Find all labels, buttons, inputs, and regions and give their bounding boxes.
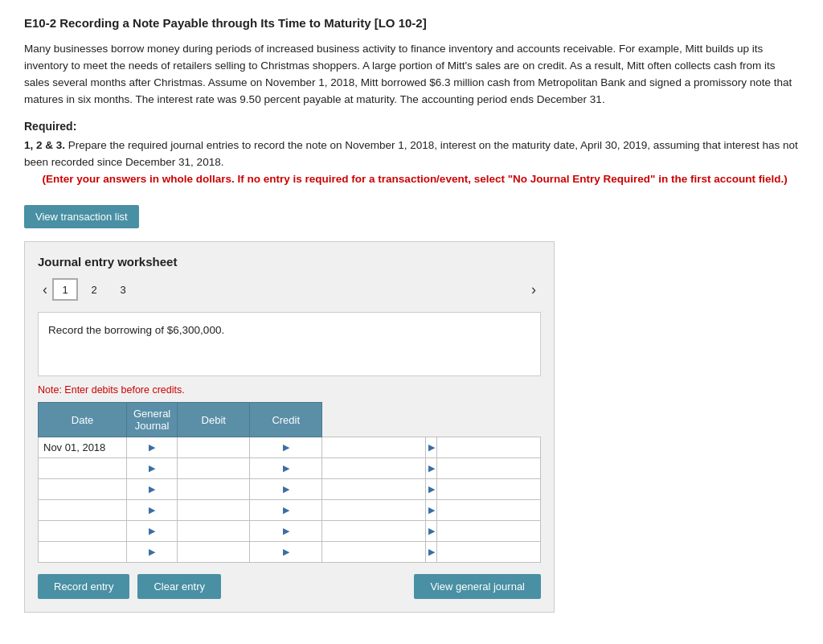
row-arrow-indicator: ▶ bbox=[127, 542, 178, 563]
journal-table: Date General Journal Debit Credit Nov 01… bbox=[38, 402, 541, 563]
tab-3[interactable]: 3 bbox=[110, 278, 136, 301]
journal-account-input[interactable] bbox=[178, 542, 249, 562]
credit-input[interactable] bbox=[437, 458, 540, 478]
row-arrow-indicator: ▶ bbox=[127, 437, 178, 458]
table-row: ▶▶▶ bbox=[39, 500, 541, 521]
credit-input[interactable] bbox=[437, 479, 540, 499]
row-arrow-indicator: ▶ bbox=[127, 500, 178, 521]
date-cell bbox=[39, 521, 127, 542]
required-label: Required: bbox=[24, 120, 799, 133]
col-header-debit: Debit bbox=[178, 403, 250, 437]
credit-cell[interactable] bbox=[437, 479, 541, 500]
debit-arrow-indicator: ▶ bbox=[250, 521, 322, 542]
table-row: Nov 01, 2018▶▶▶ bbox=[39, 437, 541, 458]
credit-input[interactable] bbox=[437, 437, 540, 457]
col-header-journal: General Journal bbox=[127, 403, 178, 437]
debit-input[interactable] bbox=[322, 458, 425, 478]
debit-cell[interactable] bbox=[322, 521, 426, 542]
debit-input[interactable] bbox=[322, 500, 425, 520]
debit-input[interactable] bbox=[322, 542, 425, 562]
instructions-red: (Enter your answers in whole dollars. If… bbox=[43, 173, 788, 185]
credit-cell[interactable] bbox=[437, 500, 541, 521]
debit-input[interactable] bbox=[322, 437, 425, 457]
tab-navigation: ‹ 1 2 3 › bbox=[38, 278, 541, 301]
description-text: Many businesses borrow money during peri… bbox=[24, 41, 799, 109]
date-cell: Nov 01, 2018 bbox=[39, 437, 127, 458]
journal-account-input[interactable] bbox=[178, 458, 249, 478]
date-cell bbox=[39, 458, 127, 479]
debit-arrow-indicator: ▶ bbox=[250, 458, 322, 479]
journal-account-cell[interactable] bbox=[178, 542, 250, 563]
credit-input[interactable] bbox=[437, 521, 540, 541]
credit-cell[interactable] bbox=[437, 542, 541, 563]
credit-input[interactable] bbox=[437, 500, 540, 520]
view-general-journal-button[interactable]: View general journal bbox=[414, 574, 541, 599]
debit-input[interactable] bbox=[322, 479, 425, 499]
record-entry-button[interactable]: Record entry bbox=[38, 574, 129, 599]
debit-cell[interactable] bbox=[322, 500, 426, 521]
debit-cell[interactable] bbox=[322, 479, 426, 500]
journal-account-input[interactable] bbox=[178, 500, 249, 520]
debit-cell[interactable] bbox=[322, 458, 426, 479]
instructions: 1, 2 & 3. Prepare the required journal e… bbox=[24, 137, 799, 188]
credit-arrow-indicator: ▶ bbox=[426, 542, 437, 563]
row-arrow-indicator: ▶ bbox=[127, 521, 178, 542]
worksheet-container: Journal entry worksheet ‹ 1 2 3 › Record… bbox=[24, 241, 555, 613]
debit-arrow-indicator: ▶ bbox=[250, 479, 322, 500]
col-header-date: Date bbox=[39, 403, 127, 437]
row-arrow-indicator: ▶ bbox=[127, 479, 178, 500]
debit-arrow-indicator: ▶ bbox=[250, 437, 322, 458]
credit-arrow-indicator: ▶ bbox=[426, 437, 437, 458]
debit-arrow-indicator: ▶ bbox=[250, 500, 322, 521]
next-tab-arrow[interactable]: › bbox=[526, 280, 541, 300]
journal-account-cell[interactable] bbox=[178, 437, 250, 458]
credit-cell[interactable] bbox=[437, 437, 541, 458]
credit-arrow-indicator: ▶ bbox=[426, 521, 437, 542]
credit-arrow-indicator: ▶ bbox=[426, 500, 437, 521]
table-row: ▶▶▶ bbox=[39, 542, 541, 563]
button-row: Record entry Clear entry View general jo… bbox=[38, 574, 541, 599]
clear-entry-button[interactable]: Clear entry bbox=[137, 574, 221, 599]
date-cell bbox=[39, 500, 127, 521]
transaction-description: Record the borrowing of $6,300,000. bbox=[38, 312, 541, 376]
journal-account-cell[interactable] bbox=[178, 521, 250, 542]
view-transaction-button[interactable]: View transaction list bbox=[24, 205, 139, 228]
col-header-credit: Credit bbox=[250, 403, 322, 437]
credit-arrow-indicator: ▶ bbox=[426, 479, 437, 500]
table-row: ▶▶▶ bbox=[39, 521, 541, 542]
journal-account-input[interactable] bbox=[178, 479, 249, 499]
credit-cell[interactable] bbox=[437, 521, 541, 542]
debit-arrow-indicator: ▶ bbox=[250, 542, 322, 563]
row-arrow-indicator: ▶ bbox=[127, 458, 178, 479]
instructions-plain: Prepare the required journal entries to … bbox=[24, 139, 798, 168]
tab-2[interactable]: 2 bbox=[81, 278, 107, 301]
table-row: ▶▶▶ bbox=[39, 458, 541, 479]
page-title: E10-2 Recording a Note Payable through I… bbox=[24, 16, 799, 30]
debit-cell[interactable] bbox=[322, 437, 426, 458]
instructions-prefix: 1, 2 & 3. bbox=[24, 139, 65, 151]
prev-tab-arrow[interactable]: ‹ bbox=[38, 280, 52, 300]
date-cell bbox=[39, 479, 127, 500]
tab-1[interactable]: 1 bbox=[52, 278, 78, 301]
debit-credit-note: Note: Enter debits before credits. bbox=[38, 384, 541, 396]
journal-account-input[interactable] bbox=[178, 437, 249, 457]
table-row: ▶▶▶ bbox=[39, 479, 541, 500]
debit-input[interactable] bbox=[322, 521, 425, 541]
date-cell bbox=[39, 542, 127, 563]
credit-arrow-indicator: ▶ bbox=[426, 458, 437, 479]
journal-account-input[interactable] bbox=[178, 521, 249, 541]
worksheet-title: Journal entry worksheet bbox=[38, 255, 541, 269]
credit-input[interactable] bbox=[437, 542, 540, 562]
credit-cell[interactable] bbox=[437, 458, 541, 479]
debit-cell[interactable] bbox=[322, 542, 426, 563]
journal-account-cell[interactable] bbox=[178, 479, 250, 500]
journal-account-cell[interactable] bbox=[178, 458, 250, 479]
journal-account-cell[interactable] bbox=[178, 500, 250, 521]
